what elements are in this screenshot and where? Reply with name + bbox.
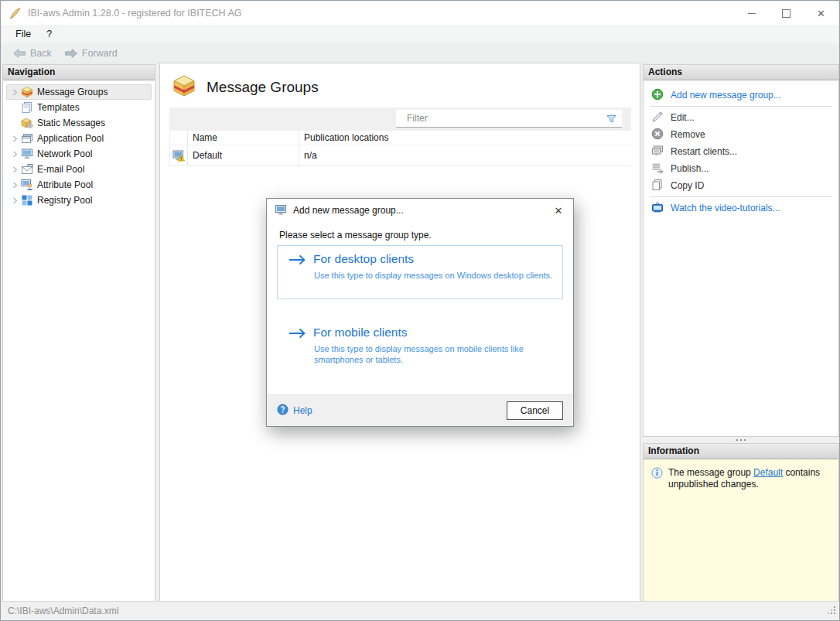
menu-help[interactable]: ? <box>39 26 60 42</box>
cancel-button[interactable]: Cancel <box>507 401 563 420</box>
minimize-icon <box>748 13 756 14</box>
menu-file[interactable]: File <box>8 26 39 42</box>
option-description: Use this type to display messages on Win… <box>314 270 560 281</box>
dialog-title-bar: Add new message group... <box>267 199 573 222</box>
app-window: { "window": { "title": "IBI-aws Admin 1.… <box>0 0 840 621</box>
action-add-new-message-group[interactable]: Add new message group... <box>644 87 838 104</box>
nav-item-label: Message Groups <box>37 87 108 97</box>
back-arrow-icon <box>12 48 26 59</box>
window-title: IBI-aws Admin 1.28.0 - registered for IB… <box>28 8 242 19</box>
cancel-label: Cancel <box>521 405 549 416</box>
restart-clients-icon <box>651 145 664 159</box>
templates-icon <box>21 101 33 114</box>
resize-grip-icon[interactable] <box>828 606 836 617</box>
network-pool-icon <box>21 148 33 160</box>
minimize-button[interactable] <box>734 2 769 25</box>
action-watch-video-tutorials[interactable]: Watch the video-tutorials... <box>644 200 838 217</box>
dialog-close-button[interactable]: ✕ <box>551 203 565 217</box>
actions-panel: Actions Add new message group... Edit...… <box>643 64 839 437</box>
option-desktop-clients[interactable]: For desktop clients Use this type to dis… <box>277 245 563 299</box>
filter-input[interactable] <box>396 110 622 128</box>
column-header-publication-locations[interactable]: Publication locations <box>299 131 631 145</box>
chevron-right-icon[interactable] <box>9 132 21 145</box>
option-title: For desktop clients <box>313 252 414 266</box>
nav-item-templates[interactable]: Templates <box>6 100 152 115</box>
nav-item-label: E-mail Pool <box>37 164 84 175</box>
add-message-group-dialog: Add new message group... ✕ Please select… <box>266 198 574 427</box>
nav-item-network-pool[interactable]: Network Pool <box>6 146 152 162</box>
nav-item-label: Templates <box>37 102 80 113</box>
action-label: Add new message group... <box>671 90 781 101</box>
action-edit[interactable]: Edit... <box>644 109 838 126</box>
cell-name: Default <box>187 145 299 165</box>
arrow-right-icon <box>289 328 307 341</box>
message-group-warning-icon <box>170 145 187 165</box>
message-groups-icon <box>172 73 196 101</box>
action-copy-id[interactable]: Copy ID <box>644 177 838 194</box>
separator <box>650 106 832 107</box>
actions-header: Actions <box>644 65 838 80</box>
action-label: Copy ID <box>671 180 704 191</box>
navigation-tree: Message Groups Templates Static Messages… <box>3 80 155 208</box>
action-label: Watch the video-tutorials... <box>671 203 780 213</box>
chevron-right-icon[interactable] <box>9 148 21 160</box>
panel-splitter[interactable] <box>643 436 839 443</box>
copy-id-icon <box>651 179 664 193</box>
close-button[interactable]: ✕ <box>804 2 838 25</box>
default-group-link[interactable]: Default <box>753 467 783 478</box>
nav-item-label: Static Messages <box>37 118 105 128</box>
maximize-button[interactable] <box>769 2 804 25</box>
option-mobile-clients[interactable]: For mobile clients Use this type to disp… <box>277 319 563 373</box>
nav-item-message-groups[interactable]: Message Groups <box>6 84 152 100</box>
table-row[interactable]: Default n/a <box>170 145 631 166</box>
table-header-row: Name Publication locations <box>170 131 631 145</box>
help-link[interactable]: Help <box>277 404 312 418</box>
nav-item-label: Application Pool <box>37 133 104 144</box>
add-icon <box>651 88 664 103</box>
chevron-right-icon[interactable] <box>9 86 21 98</box>
edit-pencil-icon <box>651 111 664 125</box>
video-tutorials-icon <box>651 201 664 216</box>
publish-icon <box>651 162 664 176</box>
tree-indent <box>9 117 21 129</box>
information-panel: Information The message group Default co… <box>643 443 839 602</box>
attribute-pool-icon <box>21 179 33 191</box>
information-message: The message group Default contains unpub… <box>668 467 825 490</box>
chevron-right-icon[interactable] <box>9 163 21 176</box>
nav-item-label: Network Pool <box>37 148 92 159</box>
info-text-before: The message group <box>668 467 753 478</box>
information-header: Information <box>644 444 838 459</box>
action-label: Restart clients... <box>671 146 737 157</box>
column-header-name[interactable]: Name <box>187 131 299 145</box>
dialog-footer: Help Cancel <box>267 394 573 426</box>
tree-indent <box>9 101 21 114</box>
nav-item-static-messages[interactable]: Static Messages <box>6 115 152 131</box>
nav-item-application-pool[interactable]: Application Pool <box>6 131 152 146</box>
action-publish[interactable]: Publish... <box>644 160 838 177</box>
forward-button[interactable]: Forward <box>60 46 122 60</box>
registry-pool-icon <box>21 194 33 206</box>
action-label: Edit... <box>671 112 695 123</box>
title-bar: IBI-aws Admin 1.28.0 - registered for IB… <box>2 2 838 25</box>
action-restart-clients[interactable]: Restart clients... <box>644 143 838 160</box>
action-remove[interactable]: Remove <box>644 126 838 143</box>
option-title: For mobile clients <box>313 326 407 340</box>
table-header-icon-column <box>170 131 187 145</box>
chevron-right-icon[interactable] <box>9 194 21 206</box>
application-pool-icon <box>21 132 33 145</box>
dialog-title: Add new message group... <box>293 205 404 216</box>
status-bar: C:\IBI-aws\Admin\Data.xml <box>2 601 838 619</box>
chevron-right-icon[interactable] <box>9 179 21 191</box>
page-title: Message Groups <box>207 79 319 96</box>
nav-item-attribute-pool[interactable]: Attribute Pool <box>6 177 152 193</box>
back-button[interactable]: Back <box>8 46 56 60</box>
help-icon <box>277 404 289 418</box>
remove-icon <box>651 128 664 142</box>
info-icon <box>651 467 663 481</box>
filter-funnel-icon[interactable] <box>606 113 617 127</box>
nav-item-email-pool[interactable]: E-mail Pool <box>6 162 152 177</box>
nav-item-label: Attribute Pool <box>37 179 93 190</box>
dialog-prompt: Please select a message group type. <box>279 230 432 241</box>
forward-label: Forward <box>82 48 118 59</box>
nav-item-registry-pool[interactable]: Registry Pool <box>6 193 152 208</box>
